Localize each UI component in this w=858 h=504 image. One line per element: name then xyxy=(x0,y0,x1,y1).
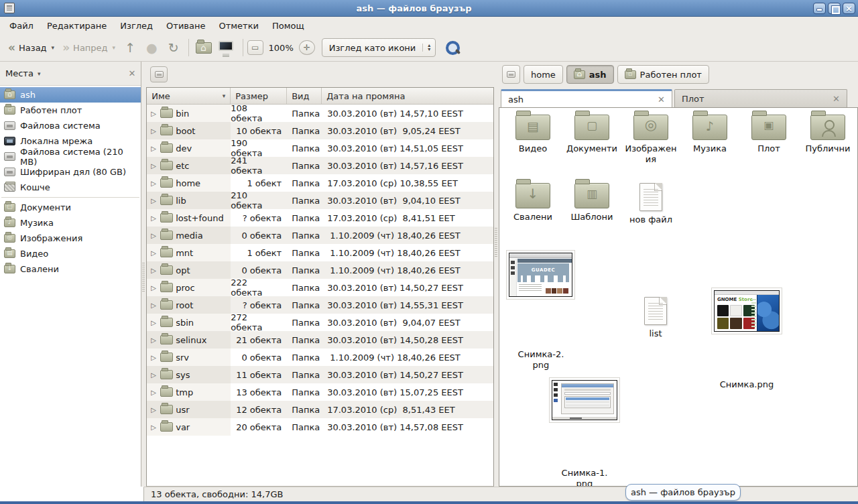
splitter-grip[interactable] xyxy=(495,228,497,257)
home-icon[interactable] xyxy=(196,42,212,54)
expander-icon[interactable]: ▷ xyxy=(149,424,158,431)
back-dropdown-icon[interactable]: ▾ xyxy=(52,44,55,51)
table-row[interactable]: ▷ home 1 обект Папка 17.03.2010 (ср) 10,… xyxy=(147,174,493,192)
table-row[interactable]: ▷ srv 0 обекта Папка 1.10.2009 (чт) 18,4… xyxy=(147,349,493,366)
folder-item[interactable]: Видео xyxy=(503,115,562,154)
table-row[interactable]: ▷ opt 0 обекта Папка 1.10.2009 (чт) 18,4… xyxy=(147,261,493,279)
expander-icon[interactable]: ▷ xyxy=(149,389,158,396)
minimize-button-icon[interactable] xyxy=(813,3,826,14)
expander-icon[interactable]: ▷ xyxy=(149,267,158,274)
file-item[interactable]: Снимка-2. png xyxy=(499,302,583,370)
place-item[interactable]: Свалени xyxy=(0,261,141,277)
place-item[interactable]: Файлова система (210 MB) xyxy=(0,149,141,164)
folder-item[interactable]: Свалени xyxy=(503,183,562,223)
zoom-out-icon[interactable]: ▭ xyxy=(247,40,263,55)
expander-icon[interactable]: ▷ xyxy=(149,284,158,292)
forward-button[interactable]: » Напред ▾ xyxy=(58,40,119,56)
image-thumbnail-snimka-2[interactable]: GUADEC xyxy=(509,253,572,297)
place-item[interactable]: Шифриран дял (80 GB) xyxy=(0,164,141,180)
place-item[interactable]: Кошче xyxy=(0,180,141,195)
close-button-icon[interactable]: × xyxy=(843,3,855,14)
table-row[interactable]: ▷ selinux 21 обекта Папка 30.03.2010 (вт… xyxy=(147,331,493,349)
column-header-name[interactable]: Име ▾ xyxy=(147,88,231,104)
expander-icon[interactable]: ▷ xyxy=(149,249,158,257)
table-row[interactable]: ▷ sbin 272 обекта Папка 30.03.2010 (вт) … xyxy=(147,314,493,331)
breadcrumb-current-button[interactable]: ash xyxy=(566,65,614,84)
expander-icon[interactable]: ▷ xyxy=(149,354,158,361)
expander-icon[interactable]: ▷ xyxy=(149,145,158,152)
breadcrumb-home-button[interactable]: home xyxy=(524,65,563,84)
filesystem-root-button[interactable] xyxy=(150,66,168,82)
expander-icon[interactable]: ▷ xyxy=(149,406,158,414)
up-icon[interactable]: ↑ xyxy=(119,39,141,56)
expander-icon[interactable]: ▷ xyxy=(149,197,158,204)
table-row[interactable]: ▷ bin 108 обекта Папка 30.03.2010 (вт) 1… xyxy=(147,105,493,122)
expander-icon[interactable]: ▷ xyxy=(149,302,158,309)
column-header-type[interactable]: Вид xyxy=(287,88,322,104)
table-row[interactable]: ▷ tmp 13 обекта Папка 30.03.2010 (вт) 15… xyxy=(147,383,493,401)
file-item[interactable]: Снимка.png xyxy=(704,334,789,390)
file-item[interactable]: list xyxy=(633,297,678,339)
table-row[interactable]: ▷ usr 12 обекта Папка 17.03.2010 (ср) 8,… xyxy=(147,401,493,418)
menu-item[interactable]: Отметки xyxy=(213,19,263,33)
table-row[interactable]: ▷ var 20 обекта Папка 30.03.2010 (вт) 14… xyxy=(147,418,493,436)
pane-splitter[interactable] xyxy=(494,62,499,487)
menu-item[interactable]: Редактиране xyxy=(42,19,112,33)
place-item[interactable]: Работен плот xyxy=(0,103,141,118)
table-row[interactable]: ▷ lib 210 обекта Папка 30.03.2010 (вт) 9… xyxy=(147,192,493,209)
table-row[interactable]: ▷ dev 190 обекта Папка 30.03.2010 (вт) 1… xyxy=(147,139,493,157)
pane-splitter[interactable] xyxy=(141,62,146,487)
expander-icon[interactable]: ▷ xyxy=(149,319,158,326)
column-header-date[interactable]: Дата на промяна xyxy=(322,88,493,104)
reload-icon[interactable]: ↻ xyxy=(163,39,184,56)
folder-item[interactable]: Документи xyxy=(562,115,621,154)
place-item[interactable]: Документи xyxy=(0,200,141,215)
expander-icon[interactable]: ▷ xyxy=(149,127,158,135)
search-icon[interactable] xyxy=(445,40,460,55)
table-row[interactable]: ▷ lost+found ? обекта Папка 17.03.2010 (… xyxy=(147,209,493,227)
tab-close-icon[interactable]: ✕ xyxy=(833,94,840,104)
place-item[interactable]: Видео xyxy=(0,246,141,261)
folder-item[interactable]: Шаблони xyxy=(562,183,621,223)
place-item[interactable]: ash xyxy=(0,87,141,103)
folder-item[interactable]: Публични xyxy=(798,115,857,154)
sidebar-pane-select[interactable]: Места ▾ xyxy=(5,68,128,78)
table-row[interactable]: ▷ root ? обекта Папка 30.03.2010 (вт) 14… xyxy=(147,296,493,314)
column-header-size[interactable]: Размер xyxy=(231,88,287,104)
breadcrumb-root-button[interactable] xyxy=(502,65,520,84)
place-item[interactable]: Файлова система xyxy=(0,118,141,133)
expander-icon[interactable]: ▷ xyxy=(149,110,158,117)
breadcrumb-desktop-button[interactable]: Работен плот xyxy=(617,65,709,84)
view-mode-select[interactable]: Изглед като икони ▴▾ xyxy=(322,38,436,57)
table-row[interactable]: ▷ boot 10 обекта Папка 30.03.2010 (вт) 9… xyxy=(147,122,493,139)
table-row[interactable]: ▷ proc 222 обекта Папка 30.03.2010 (вт) … xyxy=(147,279,493,296)
tab-close-icon[interactable]: ✕ xyxy=(658,94,665,105)
splitter-grip[interactable] xyxy=(142,263,145,292)
computer-icon[interactable] xyxy=(219,41,235,54)
image-thumbnail-snimka-1[interactable] xyxy=(552,380,617,420)
folder-item[interactable]: нов файл xyxy=(621,183,680,225)
image-thumbnail-snimka[interactable]: GNOME Store xyxy=(714,290,780,332)
expander-icon[interactable]: ▷ xyxy=(149,371,158,379)
expander-icon[interactable]: ▷ xyxy=(149,162,158,170)
expander-icon[interactable]: ▷ xyxy=(149,180,158,187)
expander-icon[interactable]: ▷ xyxy=(149,336,158,344)
maximize-button-icon[interactable] xyxy=(828,3,841,14)
table-row[interactable]: ▷ sys 11 обекта Папка 30.03.2010 (вт) 14… xyxy=(147,366,493,383)
sidebar-close-icon[interactable]: ✕ xyxy=(128,68,135,78)
folder-item[interactable]: Плот xyxy=(739,115,798,154)
place-item[interactable]: Изображения xyxy=(0,231,141,246)
expander-icon[interactable]: ▷ xyxy=(149,214,158,222)
back-button[interactable]: « Назад ▾ xyxy=(4,40,58,56)
folder-item[interactable]: Изображен ия xyxy=(621,115,680,164)
menu-item[interactable]: Изглед xyxy=(115,19,158,33)
table-row[interactable]: ▷ etc 241 обекта Папка 30.03.2010 (вт) 1… xyxy=(147,157,493,174)
expander-icon[interactable]: ▷ xyxy=(149,232,158,239)
menu-item[interactable]: Файл xyxy=(4,19,39,33)
folder-item[interactable]: Музика xyxy=(680,115,739,154)
place-item[interactable]: Музика xyxy=(0,215,141,231)
tab-ash[interactable]: ash ✕ xyxy=(501,89,672,107)
table-row[interactable]: ▷ media 0 обекта Папка 1.10.2009 (чт) 18… xyxy=(147,227,493,244)
file-item[interactable]: Снимка-1. png xyxy=(542,424,627,487)
tab-plot[interactable]: Плот ✕ xyxy=(674,89,847,107)
